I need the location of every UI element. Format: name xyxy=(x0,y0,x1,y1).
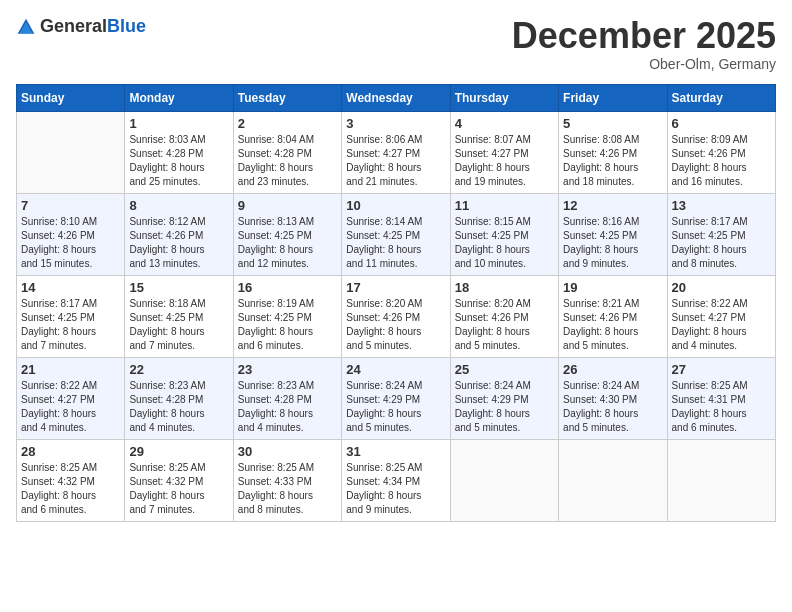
day-info: Sunrise: 8:23 AM Sunset: 4:28 PM Dayligh… xyxy=(129,379,228,435)
week-row-3: 14Sunrise: 8:17 AM Sunset: 4:25 PM Dayli… xyxy=(17,275,776,357)
day-number: 9 xyxy=(238,198,337,213)
day-number: 20 xyxy=(672,280,771,295)
day-info: Sunrise: 8:20 AM Sunset: 4:26 PM Dayligh… xyxy=(346,297,445,353)
day-info: Sunrise: 8:06 AM Sunset: 4:27 PM Dayligh… xyxy=(346,133,445,189)
calendar-cell: 31Sunrise: 8:25 AM Sunset: 4:34 PM Dayli… xyxy=(342,439,450,521)
day-number: 21 xyxy=(21,362,120,377)
calendar-cell: 5Sunrise: 8:08 AM Sunset: 4:26 PM Daylig… xyxy=(559,111,667,193)
day-info: Sunrise: 8:04 AM Sunset: 4:28 PM Dayligh… xyxy=(238,133,337,189)
day-info: Sunrise: 8:25 AM Sunset: 4:31 PM Dayligh… xyxy=(672,379,771,435)
calendar-cell: 1Sunrise: 8:03 AM Sunset: 4:28 PM Daylig… xyxy=(125,111,233,193)
calendar-cell: 29Sunrise: 8:25 AM Sunset: 4:32 PM Dayli… xyxy=(125,439,233,521)
calendar-cell: 18Sunrise: 8:20 AM Sunset: 4:26 PM Dayli… xyxy=(450,275,558,357)
calendar-cell: 24Sunrise: 8:24 AM Sunset: 4:29 PM Dayli… xyxy=(342,357,450,439)
calendar-cell: 21Sunrise: 8:22 AM Sunset: 4:27 PM Dayli… xyxy=(17,357,125,439)
logo-text-general: General xyxy=(40,16,107,36)
day-number: 24 xyxy=(346,362,445,377)
day-info: Sunrise: 8:21 AM Sunset: 4:26 PM Dayligh… xyxy=(563,297,662,353)
day-number: 16 xyxy=(238,280,337,295)
weekday-header-wednesday: Wednesday xyxy=(342,84,450,111)
weekday-header-saturday: Saturday xyxy=(667,84,775,111)
weekday-header-thursday: Thursday xyxy=(450,84,558,111)
week-row-5: 28Sunrise: 8:25 AM Sunset: 4:32 PM Dayli… xyxy=(17,439,776,521)
calendar-cell: 13Sunrise: 8:17 AM Sunset: 4:25 PM Dayli… xyxy=(667,193,775,275)
day-number: 18 xyxy=(455,280,554,295)
day-info: Sunrise: 8:07 AM Sunset: 4:27 PM Dayligh… xyxy=(455,133,554,189)
day-number: 13 xyxy=(672,198,771,213)
day-info: Sunrise: 8:22 AM Sunset: 4:27 PM Dayligh… xyxy=(672,297,771,353)
day-info: Sunrise: 8:17 AM Sunset: 4:25 PM Dayligh… xyxy=(21,297,120,353)
calendar-cell: 15Sunrise: 8:18 AM Sunset: 4:25 PM Dayli… xyxy=(125,275,233,357)
calendar-cell xyxy=(17,111,125,193)
logo-text-blue: Blue xyxy=(107,16,146,36)
day-info: Sunrise: 8:23 AM Sunset: 4:28 PM Dayligh… xyxy=(238,379,337,435)
weekday-header-sunday: Sunday xyxy=(17,84,125,111)
day-number: 11 xyxy=(455,198,554,213)
day-number: 10 xyxy=(346,198,445,213)
title-area: December 2025 Ober-Olm, Germany xyxy=(512,16,776,72)
location-subtitle: Ober-Olm, Germany xyxy=(512,56,776,72)
day-info: Sunrise: 8:19 AM Sunset: 4:25 PM Dayligh… xyxy=(238,297,337,353)
day-info: Sunrise: 8:25 AM Sunset: 4:34 PM Dayligh… xyxy=(346,461,445,517)
calendar-cell: 9Sunrise: 8:13 AM Sunset: 4:25 PM Daylig… xyxy=(233,193,341,275)
day-number: 5 xyxy=(563,116,662,131)
calendar-cell: 4Sunrise: 8:07 AM Sunset: 4:27 PM Daylig… xyxy=(450,111,558,193)
day-info: Sunrise: 8:12 AM Sunset: 4:26 PM Dayligh… xyxy=(129,215,228,271)
calendar-cell xyxy=(667,439,775,521)
day-info: Sunrise: 8:15 AM Sunset: 4:25 PM Dayligh… xyxy=(455,215,554,271)
calendar-cell: 23Sunrise: 8:23 AM Sunset: 4:28 PM Dayli… xyxy=(233,357,341,439)
day-number: 8 xyxy=(129,198,228,213)
calendar-cell: 19Sunrise: 8:21 AM Sunset: 4:26 PM Dayli… xyxy=(559,275,667,357)
calendar-cell: 2Sunrise: 8:04 AM Sunset: 4:28 PM Daylig… xyxy=(233,111,341,193)
day-number: 6 xyxy=(672,116,771,131)
day-number: 23 xyxy=(238,362,337,377)
logo-icon xyxy=(16,17,36,37)
page-header: GeneralBlue December 2025 Ober-Olm, Germ… xyxy=(16,16,776,72)
day-number: 3 xyxy=(346,116,445,131)
day-number: 31 xyxy=(346,444,445,459)
weekday-header-friday: Friday xyxy=(559,84,667,111)
day-info: Sunrise: 8:14 AM Sunset: 4:25 PM Dayligh… xyxy=(346,215,445,271)
calendar-cell: 10Sunrise: 8:14 AM Sunset: 4:25 PM Dayli… xyxy=(342,193,450,275)
day-number: 22 xyxy=(129,362,228,377)
day-info: Sunrise: 8:24 AM Sunset: 4:29 PM Dayligh… xyxy=(346,379,445,435)
day-number: 17 xyxy=(346,280,445,295)
day-info: Sunrise: 8:24 AM Sunset: 4:30 PM Dayligh… xyxy=(563,379,662,435)
day-info: Sunrise: 8:22 AM Sunset: 4:27 PM Dayligh… xyxy=(21,379,120,435)
calendar-cell: 11Sunrise: 8:15 AM Sunset: 4:25 PM Dayli… xyxy=(450,193,558,275)
calendar-cell: 27Sunrise: 8:25 AM Sunset: 4:31 PM Dayli… xyxy=(667,357,775,439)
calendar-cell: 6Sunrise: 8:09 AM Sunset: 4:26 PM Daylig… xyxy=(667,111,775,193)
calendar-cell xyxy=(559,439,667,521)
calendar-cell: 3Sunrise: 8:06 AM Sunset: 4:27 PM Daylig… xyxy=(342,111,450,193)
week-row-2: 7Sunrise: 8:10 AM Sunset: 4:26 PM Daylig… xyxy=(17,193,776,275)
day-info: Sunrise: 8:25 AM Sunset: 4:32 PM Dayligh… xyxy=(21,461,120,517)
calendar-cell: 30Sunrise: 8:25 AM Sunset: 4:33 PM Dayli… xyxy=(233,439,341,521)
month-title: December 2025 xyxy=(512,16,776,56)
day-number: 4 xyxy=(455,116,554,131)
weekday-header-tuesday: Tuesday xyxy=(233,84,341,111)
calendar-cell: 28Sunrise: 8:25 AM Sunset: 4:32 PM Dayli… xyxy=(17,439,125,521)
day-info: Sunrise: 8:18 AM Sunset: 4:25 PM Dayligh… xyxy=(129,297,228,353)
day-number: 28 xyxy=(21,444,120,459)
day-number: 14 xyxy=(21,280,120,295)
day-info: Sunrise: 8:08 AM Sunset: 4:26 PM Dayligh… xyxy=(563,133,662,189)
day-info: Sunrise: 8:25 AM Sunset: 4:32 PM Dayligh… xyxy=(129,461,228,517)
calendar-cell: 17Sunrise: 8:20 AM Sunset: 4:26 PM Dayli… xyxy=(342,275,450,357)
calendar-cell: 22Sunrise: 8:23 AM Sunset: 4:28 PM Dayli… xyxy=(125,357,233,439)
day-number: 1 xyxy=(129,116,228,131)
calendar-cell: 25Sunrise: 8:24 AM Sunset: 4:29 PM Dayli… xyxy=(450,357,558,439)
calendar-cell: 14Sunrise: 8:17 AM Sunset: 4:25 PM Dayli… xyxy=(17,275,125,357)
day-info: Sunrise: 8:13 AM Sunset: 4:25 PM Dayligh… xyxy=(238,215,337,271)
day-number: 26 xyxy=(563,362,662,377)
day-number: 25 xyxy=(455,362,554,377)
day-info: Sunrise: 8:03 AM Sunset: 4:28 PM Dayligh… xyxy=(129,133,228,189)
day-info: Sunrise: 8:20 AM Sunset: 4:26 PM Dayligh… xyxy=(455,297,554,353)
calendar-cell: 12Sunrise: 8:16 AM Sunset: 4:25 PM Dayli… xyxy=(559,193,667,275)
day-number: 15 xyxy=(129,280,228,295)
calendar-cell: 8Sunrise: 8:12 AM Sunset: 4:26 PM Daylig… xyxy=(125,193,233,275)
week-row-1: 1Sunrise: 8:03 AM Sunset: 4:28 PM Daylig… xyxy=(17,111,776,193)
day-info: Sunrise: 8:24 AM Sunset: 4:29 PM Dayligh… xyxy=(455,379,554,435)
day-number: 2 xyxy=(238,116,337,131)
day-info: Sunrise: 8:25 AM Sunset: 4:33 PM Dayligh… xyxy=(238,461,337,517)
weekday-header-monday: Monday xyxy=(125,84,233,111)
